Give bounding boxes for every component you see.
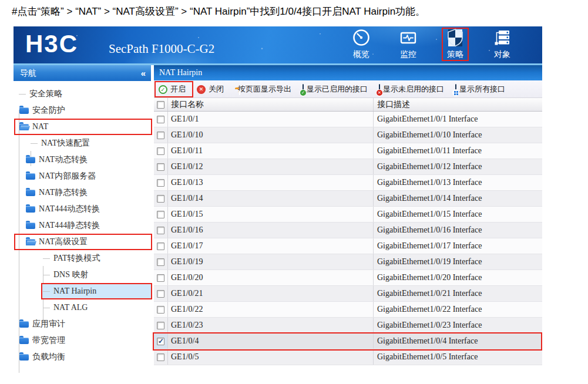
table-row[interactable]: GE1/0/21GigabitEthernet1/0/21 Interface <box>154 286 542 302</box>
row-checkbox[interactable] <box>157 116 164 123</box>
table-row[interactable]: GE1/0/16GigabitEthernet1/0/16 Interface <box>154 223 542 238</box>
toolbar-button-show-all[interactable]: 显示所有接口 <box>455 84 505 95</box>
table-row[interactable]: GE1/0/11GigabitEthernet1/0/11 Interface <box>154 143 542 159</box>
interface-desc-cell: GigabitEthernet1/0/10 Interface <box>374 130 542 140</box>
row-checkbox[interactable] <box>157 274 164 282</box>
tree-connector <box>43 258 50 259</box>
interface-desc-cell: GigabitEthernet1/0/1 Interface <box>374 114 542 124</box>
table-row[interactable]: GE1/0/13GigabitEthernet1/0/13 Interface <box>154 175 542 191</box>
sidebar-item-security-policy[interactable]: 安全策略 <box>14 86 151 102</box>
table-row[interactable]: GE1/0/22GigabitEthernet1/0/22 Interface <box>154 302 542 318</box>
interface-name-cell: GE1/0/14 <box>168 191 374 206</box>
interface-desc-cell: GigabitEthernet1/0/20 Interface <box>374 273 542 282</box>
interface-name-cell: GE1/0/21 <box>168 286 374 301</box>
column-header-name: 接口名称 <box>168 98 374 111</box>
nav-item-overview[interactable]: 概览 <box>345 29 378 62</box>
nav-item-policy[interactable]: 策略 <box>439 29 472 62</box>
row-checkbox-cell <box>154 127 168 143</box>
nav-label: 监控 <box>400 49 416 60</box>
toolbar-button-export[interactable]: 按页面显示导出 <box>235 84 291 95</box>
screenshot-root: #点击“策略” > “NAT” > “NAT高级设置” > “NAT Hairp… <box>0 0 588 384</box>
tree-connector <box>43 308 50 308</box>
interface-name-cell: GE1/0/22 <box>168 302 374 317</box>
nav-item-monitor[interactable]: 监控 <box>392 29 425 62</box>
select-all-checkbox[interactable] <box>157 101 164 109</box>
tree-connector <box>19 94 26 95</box>
sidebar-item-label: 带宽管理 <box>32 335 65 346</box>
row-checkbox[interactable] <box>157 322 164 329</box>
interface-desc-cell: GigabitEthernet1/0/12 Interface <box>374 162 542 171</box>
row-checkbox[interactable] <box>157 147 164 155</box>
collapse-sidebar-icon[interactable]: « <box>141 68 146 78</box>
row-checkbox-cell <box>154 191 168 206</box>
row-checkbox[interactable] <box>157 211 164 218</box>
table-row[interactable]: GE1/0/19GigabitEthernet1/0/19 Interface <box>154 254 542 270</box>
interface-desc-cell: GigabitEthernet1/0/16 Interface <box>374 225 542 235</box>
table-row[interactable]: GE1/0/10GigabitEthernet1/0/10 Interface <box>154 127 542 143</box>
table-row[interactable]: GE1/0/15GigabitEthernet1/0/15 Interface <box>154 207 542 223</box>
folder-icon <box>26 223 35 229</box>
row-checkbox[interactable] <box>157 195 164 203</box>
sidebar-item-nat-alg[interactable]: NAT ALG <box>14 299 151 316</box>
table-row[interactable]: GE1/0/20GigabitEthernet1/0/20 Interface <box>154 270 542 286</box>
interface-desc-cell: GigabitEthernet1/0/14 Interface <box>374 194 542 203</box>
top-nav: 概览 监控 策略 对象 <box>345 29 519 62</box>
toolbar-button-label: 关闭 <box>209 84 224 95</box>
sidebar-item-nat-advanced[interactable]: NAT高级设置 <box>14 234 151 250</box>
toolbar-button-show-enabled[interactable]: ✓显示已启用的接口 <box>303 84 368 95</box>
sidebar-item-nat-quick-config[interactable]: NAT快速配置 <box>14 135 151 151</box>
row-checkbox[interactable] <box>157 306 164 314</box>
row-checkbox-cell <box>154 286 168 301</box>
row-checkbox[interactable] <box>157 258 164 266</box>
nav-item-objects[interactable]: 对象 <box>486 29 519 62</box>
sidebar-item-pat-mode[interactable]: PAT转换模式 <box>14 250 151 267</box>
table-row[interactable]: GE1/0/5GigabitEthernet1/0/5 Interface <box>154 349 542 365</box>
toolbar-button-enable[interactable]: ✓开启 <box>159 84 186 95</box>
sidebar-item-app-audit[interactable]: 应用审计 <box>14 316 151 332</box>
sidebar-item-nat[interactable]: NAT <box>14 119 151 135</box>
sidebar-item-nat444-static[interactable]: NAT444静态转换 <box>14 217 151 234</box>
row-checkbox[interactable] <box>157 227 164 234</box>
sidebar-item-label: NAT快速配置 <box>41 138 90 149</box>
row-checkbox-cell <box>154 143 168 159</box>
table-row[interactable]: GE1/0/12GigabitEthernet1/0/12 Interface <box>154 159 542 175</box>
table-row[interactable]: GE1/0/23GigabitEthernet1/0/23 Interface <box>154 318 542 334</box>
table-row[interactable]: GE1/0/1GigabitEthernet1/0/1 Interface <box>154 112 542 127</box>
folder-open-icon <box>19 124 29 130</box>
sidebar-item-nat-dynamic[interactable]: NAT动态转换 <box>14 151 151 168</box>
interface-desc-cell: GigabitEthernet1/0/22 Interface <box>374 305 542 314</box>
sidebar-item-dns-mapping[interactable]: DNS 映射 <box>14 267 151 283</box>
row-checkbox[interactable] <box>157 179 164 187</box>
table-row[interactable]: GE1/0/4GigabitEthernet1/0/4 Interface <box>154 334 542 349</box>
sidebar-item-label: NAT高级设置 <box>39 237 88 247</box>
sidebar-item-label: NAT动态转换 <box>39 154 88 165</box>
row-checkbox[interactable] <box>157 242 164 250</box>
table-row[interactable]: GE1/0/14GigabitEthernet1/0/14 Interface <box>154 191 542 207</box>
sidebar-item-nat444-dynamic[interactable]: NAT444动态转换 <box>14 201 151 217</box>
interface-name-cell: GE1/0/13 <box>168 175 374 190</box>
show-enabled-icon: ✓ <box>303 85 304 93</box>
sidebar-item-nat-hairpin[interactable]: NAT Hairpin <box>14 283 151 299</box>
toolbar-button-disable[interactable]: ✕关闭 <box>197 84 224 95</box>
enable-icon: ✓ <box>159 85 167 94</box>
table-row[interactable]: GE1/0/17GigabitEthernet1/0/17 Interface <box>154 238 542 254</box>
gauge-icon <box>352 28 371 49</box>
sidebar-item-load-balance[interactable]: 负载均衡 <box>14 349 151 365</box>
sidebar-item-bandwidth-mgmt[interactable]: 带宽管理 <box>14 332 151 349</box>
row-checkbox[interactable] <box>157 163 164 171</box>
row-checkbox[interactable] <box>157 353 164 361</box>
interface-name-cell: GE1/0/1 <box>168 112 374 127</box>
row-checkbox[interactable] <box>157 132 164 139</box>
sidebar-item-nat-internal-server[interactable]: NAT内部服务器 <box>14 168 151 184</box>
disable-icon: ✕ <box>197 84 206 94</box>
app-header: H3C SecPath F1000-C-G2 概览 监控 策略 对象 <box>14 26 542 63</box>
toolbar-button-show-disabled[interactable]: ✕显示未启用的接口 <box>379 84 444 95</box>
tree-connector <box>43 291 50 292</box>
shield-icon <box>446 28 465 49</box>
row-checkbox-cell <box>154 238 168 254</box>
interface-name-cell: GE1/0/17 <box>168 238 374 254</box>
sidebar-item-nat-static[interactable]: NAT静态转换 <box>14 184 151 201</box>
row-checkbox[interactable] <box>157 338 164 345</box>
row-checkbox[interactable] <box>157 290 164 298</box>
sidebar-item-security-protection[interactable]: 安全防护 <box>14 102 151 119</box>
